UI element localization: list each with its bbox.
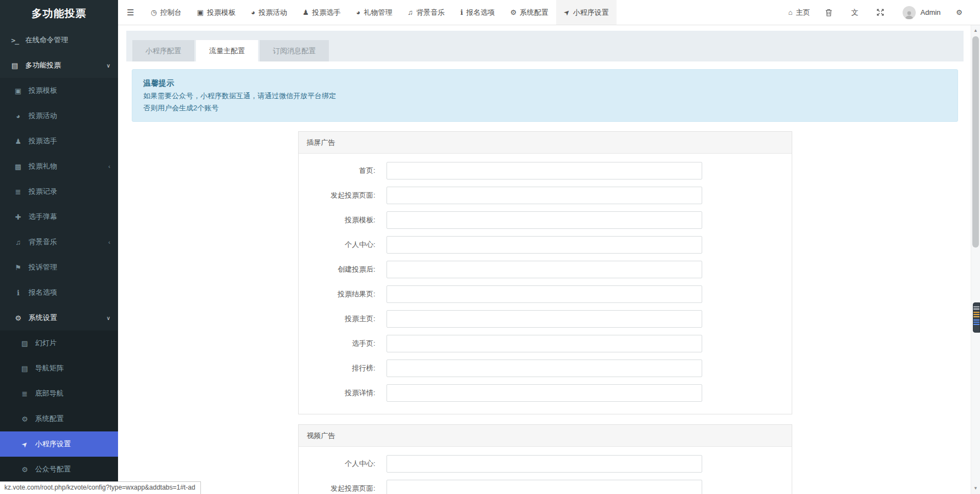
gear-icon: ⚙ <box>19 465 31 474</box>
field-label: 创建投票后: <box>299 265 376 274</box>
topnav-label: 控制台 <box>160 8 182 18</box>
user-name: Admin <box>920 8 940 16</box>
interstitial-personal-center-input[interactable] <box>387 236 702 254</box>
topnav-vote-template[interactable]: ▣ 投票模板 <box>189 0 243 25</box>
tab-subscribe-message-config[interactable]: 订阅消息配置 <box>260 40 329 61</box>
video-personal-center-input[interactable] <box>387 455 702 473</box>
sidebar-item-online-command[interactable]: >_ 在线命令管理 <box>0 27 118 53</box>
interstitial-player-page-input[interactable] <box>387 335 702 352</box>
form-row: 投票主页: <box>299 306 792 331</box>
form-row: 选手页: <box>299 331 792 356</box>
alert-line: 如果需要公众号，小程序数据互通，请通过微信开放平台绑定 <box>143 90 947 102</box>
sidebar: 多功能投票 >_ 在线命令管理 ▤ 多功能投票 ∨ ▣ 投票模板 ◕ 投票活动 … <box>0 0 118 494</box>
sidebar-item-vote-template[interactable]: ▣ 投票模板 <box>0 78 118 103</box>
sidebar-item-label: 投票礼物 <box>29 161 57 171</box>
interstitial-vote-detail-input[interactable] <box>387 384 702 402</box>
interstitial-create-vote-page-input[interactable] <box>387 187 702 204</box>
topnav-label: 小程序设置 <box>573 8 609 18</box>
sidebar-item-label: 投票活动 <box>29 111 57 121</box>
app-title: 多功能投票 <box>0 0 118 27</box>
topnav-miniprogram-settings[interactable]: ➤ 小程序设置 <box>556 0 617 25</box>
sidebar-item-system-config[interactable]: ⚙ 系统配置 <box>0 406 118 431</box>
sidebar-item-label: 在线命令管理 <box>25 35 68 45</box>
clear-cache-button[interactable] <box>817 0 843 25</box>
sidebar-item-background-music[interactable]: ♫ 背景音乐 ‹ <box>0 229 118 255</box>
scrollbar-thumb[interactable] <box>972 36 979 248</box>
sidebar-item-vote-records[interactable]: ≣ 投票记录 <box>0 179 118 204</box>
sidebar-item-nav-matrix[interactable]: ▤ 导航矩阵 <box>0 356 118 381</box>
field-label: 投票详情: <box>299 388 376 398</box>
chevron-down-icon: ∨ <box>107 63 110 69</box>
scroll-up-arrow[interactable]: ▲ <box>971 26 980 35</box>
move-icon: ✚ <box>12 213 24 221</box>
topbar-right: ⌂ 主页 文 Admin ⚙ <box>781 0 980 25</box>
sidebar-toggle-button[interactable]: ☰ <box>118 0 143 25</box>
topnav-signup-options[interactable]: ℹ 报名选项 <box>452 0 502 25</box>
interstitial-ad-panel: 插屏广告 首页: 发起投票页面: 投票模板: 个人中心: <box>298 131 792 414</box>
topnav-vote-player[interactable]: ♟ 投票选手 <box>295 0 349 25</box>
scroll-down-arrow[interactable]: ▼ <box>971 484 980 493</box>
interstitial-vote-template-input[interactable] <box>387 211 702 229</box>
user-menu[interactable]: Admin <box>895 0 948 25</box>
config-tabs: 小程序配置 流量主配置 订阅消息配置 <box>126 31 964 61</box>
sidebar-item-label: 报名选项 <box>29 288 57 297</box>
interstitial-home-input[interactable] <box>387 162 702 179</box>
topnav-label: 报名选项 <box>466 8 495 18</box>
sidebar-item-label: 投票选手 <box>29 136 57 146</box>
trash-icon <box>825 9 832 16</box>
interstitial-after-create-input[interactable] <box>387 261 702 278</box>
vertical-scrollbar[interactable]: ▲ ▼ <box>971 25 980 494</box>
sidebar-item-label: 底部导航 <box>35 389 64 398</box>
sidebar-item-vote-player[interactable]: ♟ 投票选手 <box>0 128 118 154</box>
form-row: 个人中心: <box>299 232 792 257</box>
sidebar-item-label: 公众号配置 <box>35 464 71 474</box>
interstitial-ranking-input[interactable] <box>387 360 702 377</box>
interstitial-vote-home-input[interactable] <box>387 310 702 328</box>
home-icon: ⌂ <box>788 8 793 16</box>
tab-miniprogram-config[interactable]: 小程序配置 <box>132 40 194 61</box>
topbar-nav: ☰ ◷ 控制台 ▣ 投票模板 ◕ 投票活动 ♟ 投票选手 ◕ 礼物管理 ♫ 背景… <box>118 0 617 25</box>
sidebar-item-system-settings[interactable]: ⚙ 系统设置 ∨ <box>0 305 118 330</box>
sidebar-item-vote-activity[interactable]: ◕ 投票活动 <box>0 103 118 128</box>
sidebar-item-bottom-nav[interactable]: ≣ 底部导航 <box>0 381 118 406</box>
form-row: 排行榜: <box>299 356 792 380</box>
gear-icon: ⚙ <box>12 314 24 322</box>
topnav-system-config[interactable]: ⚙ 系统配置 <box>502 0 556 25</box>
sidebar-item-player-danmaku[interactable]: ✚ 选手弹幕 <box>0 204 118 229</box>
topnav-background-music[interactable]: ♫ 背景音乐 <box>400 0 452 25</box>
video-ad-panel: 视频广告 个人中心: 发起投票页面: <box>298 424 792 494</box>
topnav-label: 系统配置 <box>520 8 548 18</box>
sidebar-item-official-account-config[interactable]: ⚙ 公众号配置 <box>0 457 118 482</box>
settings-button[interactable]: ⚙ <box>948 0 973 25</box>
info-icon: ℹ <box>12 289 24 297</box>
topnav-gift-management[interactable]: ◕ 礼物管理 <box>349 0 400 25</box>
video-create-vote-page-input[interactable] <box>387 480 702 494</box>
home-button[interactable]: ⌂ 主页 <box>781 0 818 25</box>
sidebar-item-label: 选手弹幕 <box>29 212 57 222</box>
language-button[interactable]: 文 <box>843 0 869 25</box>
user-plus-icon: ♟ <box>12 137 24 145</box>
topbar: ☰ ◷ 控制台 ▣ 投票模板 ◕ 投票活动 ♟ 投票选手 ◕ 礼物管理 ♫ 背景… <box>118 0 980 25</box>
tab-traffic-config[interactable]: 流量主配置 <box>196 40 258 61</box>
sidebar-item-signup-options[interactable]: ℹ 报名选项 <box>0 280 118 305</box>
sidebar-item-label: 投票模板 <box>29 86 57 96</box>
scroll-minimap-widget[interactable] <box>973 302 980 333</box>
music-icon: ♫ <box>12 238 24 246</box>
sidebar-item-complaints[interactable]: ⚑ 投诉管理 <box>0 255 118 280</box>
form-row: 首页: <box>299 158 792 183</box>
topnav-dashboard[interactable]: ◷ 控制台 <box>143 0 189 25</box>
sidebar-item-miniprogram-settings[interactable]: ➤ 小程序设置 <box>0 431 118 457</box>
sidebar-item-multivote[interactable]: ▤ 多功能投票 ∨ <box>0 53 118 78</box>
sidebar-item-slideshow[interactable]: ▨ 幻灯片 <box>0 330 118 356</box>
bomb-icon: ◕ <box>251 8 255 16</box>
interstitial-vote-result-input[interactable] <box>387 285 702 303</box>
form-row: 投票详情: <box>299 380 792 405</box>
gears-icon: ⚙ <box>956 8 962 16</box>
panel-title: 视频广告 <box>299 425 792 447</box>
sidebar-item-vote-gift[interactable]: ▩ 投票礼物 ‹ <box>0 154 118 179</box>
alert-title: 温馨提示 <box>143 77 947 89</box>
gears-icon: ⚙ <box>19 415 31 423</box>
fullscreen-button[interactable] <box>869 0 895 25</box>
topnav-vote-activity[interactable]: ◕ 投票活动 <box>243 0 295 25</box>
field-label: 选手页: <box>299 339 376 349</box>
